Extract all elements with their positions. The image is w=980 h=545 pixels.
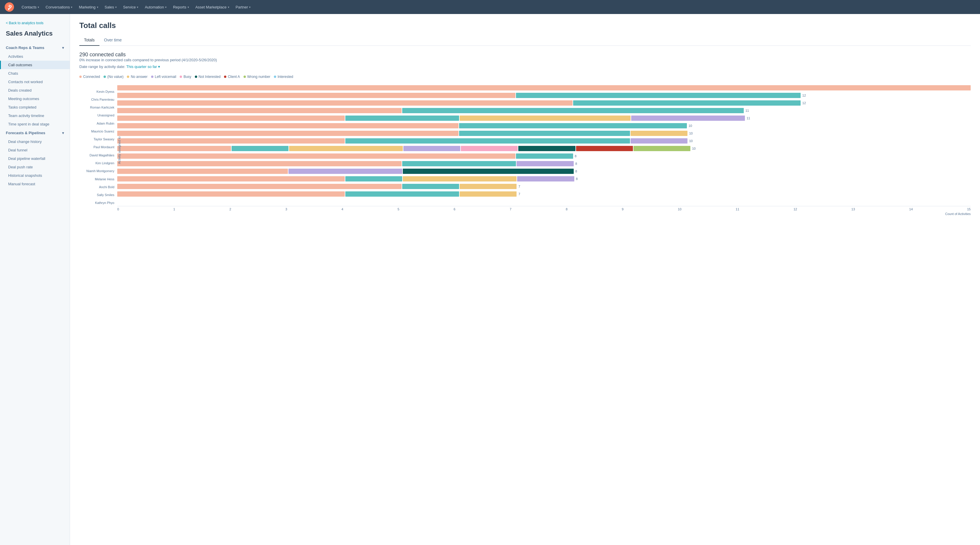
sidebar-item-chats[interactable]: Chats [0, 69, 70, 78]
bar-segment [117, 176, 345, 182]
svg-point-0 [5, 2, 14, 12]
legend-dot [243, 76, 246, 78]
legend-item-left-voicemail: Left voicemail [151, 75, 176, 79]
y-axis-label: Chris Parenteau [80, 96, 115, 103]
bar-segment [459, 123, 687, 128]
tab-totals[interactable]: Totals [80, 35, 99, 46]
sidebar-section-forecasts[interactable]: Forecasts & Pipelines▾ [0, 128, 70, 137]
legend-label: No answer [130, 75, 147, 79]
legend-dot [224, 76, 226, 78]
y-axis-label: Paul Mordaunt [80, 144, 115, 150]
x-tick: 0 [117, 207, 119, 211]
bar-row [117, 84, 970, 91]
hubspot-logo[interactable] [5, 2, 14, 12]
bar-segment [403, 146, 460, 151]
bar-segment [117, 116, 345, 121]
chart-container: Kevin DyessChris ParenteauRoman Karlicze… [80, 84, 970, 216]
nav-label: Marketing [79, 5, 95, 10]
nav-item-asset-marketplace[interactable]: Asset Marketplace▾ [192, 3, 232, 11]
tab-over-time[interactable]: Over time [99, 35, 127, 46]
bar-segment [117, 108, 402, 113]
bar-value-label: 12 [802, 101, 806, 105]
bar-segment [516, 93, 800, 98]
bar-value-label: 12 [802, 94, 806, 97]
sidebar-section-coach[interactable]: Coach Reps & Teams▾ [0, 43, 70, 52]
stat-main: 290 connected calls [80, 52, 970, 58]
y-axis-label: Kevin Dyess [80, 88, 115, 95]
nav-chevron-icon: ▾ [97, 6, 98, 9]
nav-item-conversations[interactable]: Conversations▾ [43, 3, 75, 11]
bar-row: 8 [117, 153, 970, 159]
bar-segment [460, 116, 630, 121]
nav-item-reports[interactable]: Reports▾ [170, 3, 192, 11]
nav-item-contacts[interactable]: Contacts▾ [19, 3, 42, 11]
nav-label: Automation [145, 5, 164, 10]
sidebar-item-contacts-not-worked[interactable]: Contacts not worked [0, 78, 70, 86]
bar-row: 11 [117, 107, 970, 114]
bar-segment [573, 100, 800, 106]
back-link[interactable]: < Back to analytics tools [0, 20, 70, 30]
x-tick: 7 [509, 207, 511, 211]
x-tick: 2 [229, 207, 231, 211]
y-axis-labels: Kevin DyessChris ParenteauRoman Karlicze… [80, 84, 117, 216]
bar-segment [461, 146, 518, 151]
y-axis-label: David Magalhães [80, 152, 115, 158]
sidebar-item-historical-snapshots[interactable]: Historical snapshots [0, 171, 70, 180]
y-axis-label: Roman Karliczek [80, 104, 115, 111]
bar-segment [516, 153, 573, 159]
x-tick: 3 [286, 207, 287, 211]
date-range-label: Date range by activity date: [80, 64, 126, 69]
date-range-selector[interactable]: This quarter so far ▾ [126, 64, 160, 69]
bar-segment [403, 176, 517, 182]
legend-item-no-answer: No answer [127, 75, 147, 79]
nav-item-automation[interactable]: Automation▾ [142, 3, 169, 11]
legend-dot [195, 76, 197, 78]
bar-value-label: 10 [689, 139, 693, 143]
sidebar-item-manual-forecast[interactable]: Manual forecast [0, 180, 70, 188]
y-axis-label: Kathryn Phyo [80, 199, 115, 206]
bar-row: 10 [117, 145, 970, 152]
sidebar-item-team-activity-timeline[interactable]: Team activity timeline [0, 112, 70, 120]
bar-segment [117, 191, 345, 197]
bar-segment [117, 146, 231, 151]
legend-item-busy: Busy [180, 75, 191, 79]
sidebar: < Back to analytics tools Sales Analytic… [0, 14, 70, 545]
nav-item-partner[interactable]: Partner▾ [233, 3, 254, 11]
legend-dot [103, 76, 106, 78]
nav-label: Asset Marketplace [196, 5, 227, 10]
x-tick: 10 [678, 207, 681, 211]
bar-row: 12 [117, 92, 970, 99]
sidebar-item-time-spent-in-deal-stage[interactable]: Time spent in deal stage [0, 120, 70, 128]
bar-segment [117, 85, 970, 91]
nav-chevron-icon: ▾ [115, 6, 117, 9]
sidebar-item-deal-change-history[interactable]: Deal change history [0, 137, 70, 146]
sidebar-item-meeting-outcomes[interactable]: Meeting outcomes [0, 94, 70, 103]
nav-item-sales[interactable]: Sales▾ [102, 3, 120, 11]
bar-segment [288, 169, 402, 174]
bar-segment [459, 131, 630, 136]
legend-label: Wrong number [247, 75, 270, 79]
nav-item-service[interactable]: Service▾ [120, 3, 141, 11]
sidebar-item-deals-created[interactable]: Deals created [0, 86, 70, 94]
nav-item-marketing[interactable]: Marketing▾ [76, 3, 101, 11]
x-tick: 14 [909, 207, 913, 211]
sidebar-item-deal-pipeline-waterfall[interactable]: Deal pipeline waterfall [0, 155, 70, 163]
sidebar-item-tasks-completed[interactable]: Tasks completed [0, 103, 70, 112]
y-axis-label: Unassigned [80, 112, 115, 118]
bar-segment [631, 131, 687, 136]
sidebar-item-deal-funnel[interactable]: Deal funnel [0, 146, 70, 155]
nav-label: Service [123, 5, 135, 10]
sidebar-item-activities[interactable]: Activities [0, 52, 70, 61]
section-label: Coach Reps & Teams [6, 46, 45, 50]
x-tick: 12 [794, 207, 797, 211]
sidebar-item-call-outcomes[interactable]: Call outcomes [0, 61, 70, 69]
bar-value-label: 11 [746, 109, 749, 112]
sidebar-item-deal-push-rate[interactable]: Deal push rate [0, 163, 70, 171]
x-tick: 11 [736, 207, 739, 211]
bar-row: 8 [117, 168, 970, 174]
bar-segment [402, 184, 459, 189]
bar-segment [460, 191, 517, 197]
bar-value-label: 10 [689, 132, 693, 135]
tabs-container: TotalsOver time [80, 35, 970, 46]
y-axis-label: Mauricio Suarez [80, 128, 115, 134]
